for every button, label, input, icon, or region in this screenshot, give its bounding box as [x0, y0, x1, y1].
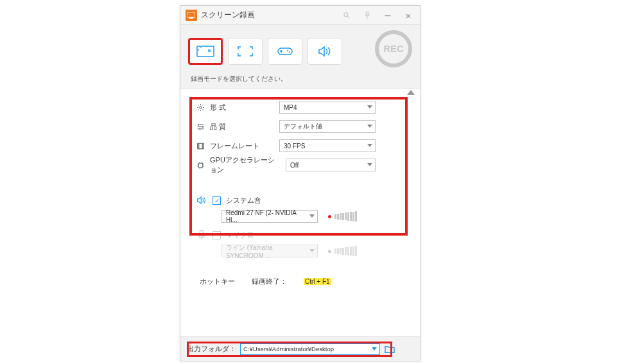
system-audio-row: Redmi 27 NF (2- NVIDIA Hi... [180, 207, 420, 228]
mic-header: マイク音 [180, 228, 420, 242]
hotkey-stop-value[interactable]: Ctrl + F1 [304, 278, 331, 285]
quality-select[interactable]: デフォルト値 [279, 120, 376, 133]
mode-region-button[interactable] [188, 38, 223, 65]
system-audio-header: ✓ システム音 [180, 193, 420, 207]
svg-rect-11 [197, 143, 204, 149]
output-path-select[interactable]: C:¥Users¥Administrator¥Desktop [240, 343, 380, 355]
quality-label: 品 質 [210, 122, 274, 132]
mic-checkbox[interactable] [213, 231, 221, 239]
svg-rect-3 [197, 46, 214, 56]
mic-level [328, 246, 357, 256]
row-format: 形 式 MP4 [180, 98, 420, 116]
close-button[interactable]: × [398, 6, 419, 25]
footer: 出力フォルダ： C:¥Users¥Administrator¥Desktop [180, 336, 420, 361]
mode-toolbar: REC 録画モードを選択してください。 [180, 25, 420, 89]
speaker-icon [196, 195, 207, 206]
pin-icon[interactable] [357, 6, 377, 25]
system-audio-label: システム音 [226, 196, 261, 205]
mic-device-select[interactable]: ライン (Yamaha SYNCROOM ... [221, 245, 318, 257]
record-button[interactable]: REC [375, 30, 412, 67]
svg-point-5 [287, 50, 288, 51]
minimize-button[interactable]: – [377, 6, 398, 25]
row-gpu: GPUアクセラレーション Off [180, 156, 420, 174]
settings-icon[interactable] [336, 6, 357, 25]
screen-recorder-window: スクリーン録画 – × [180, 5, 421, 361]
format-label: 形 式 [210, 103, 274, 112]
framerate-label: フレームレート [210, 141, 274, 151]
svg-rect-12 [198, 163, 203, 168]
sliders-icon [196, 122, 205, 131]
mode-fullscreen-button[interactable] [228, 38, 263, 65]
system-audio-level [328, 211, 357, 221]
hotkey-stop-label: 録画終了： [252, 277, 287, 286]
mic-icon [196, 229, 207, 241]
app-icon [186, 10, 197, 21]
svg-point-7 [199, 106, 201, 108]
row-framerate: フレームレート 30 FPS [180, 137, 420, 155]
svg-point-8 [198, 124, 199, 125]
mic-label: マイク音 [226, 230, 254, 240]
hotkey-title: ホットキー [200, 277, 235, 286]
mode-game-button[interactable] [268, 38, 302, 65]
svg-point-10 [199, 128, 200, 129]
hotkey-row: ホットキー 録画終了： Ctrl + F1 [180, 263, 420, 297]
titlebar: スクリーン録画 – × [180, 6, 420, 25]
record-label: REC [383, 43, 404, 54]
row-quality: 品 質 デフォルト値 [180, 117, 420, 135]
gpu-label: GPUアクセラレーション [210, 155, 281, 175]
framerate-select[interactable]: 30 FPS [279, 139, 376, 152]
format-select[interactable]: MP4 [279, 101, 376, 114]
toolbar-hint: 録画モードを選択してください。 [191, 75, 287, 83]
svg-point-6 [289, 51, 290, 53]
settings-panel: 形 式 MP4 品 質 デフォルト値 フレームレート 30 FPS [180, 89, 420, 297]
window-title: スクリーン録画 [201, 10, 255, 21]
open-folder-button[interactable] [384, 343, 395, 355]
svg-rect-13 [200, 230, 203, 236]
mode-audio-button[interactable] [308, 38, 342, 65]
svg-rect-0 [187, 12, 195, 17]
output-label: 出力フォルダ： [187, 345, 236, 354]
system-audio-device-select[interactable]: Redmi 27 NF (2- NVIDIA Hi... [221, 210, 318, 223]
film-icon [196, 141, 205, 150]
svg-point-2 [344, 13, 348, 17]
gpu-select[interactable]: Off [286, 159, 376, 171]
gear-icon [196, 103, 205, 112]
svg-point-9 [202, 126, 203, 127]
svg-rect-1 [189, 17, 193, 19]
system-audio-checkbox[interactable]: ✓ [213, 196, 221, 205]
chip-icon [196, 160, 205, 169]
mic-row: ライン (Yamaha SYNCROOM ... [180, 242, 420, 263]
